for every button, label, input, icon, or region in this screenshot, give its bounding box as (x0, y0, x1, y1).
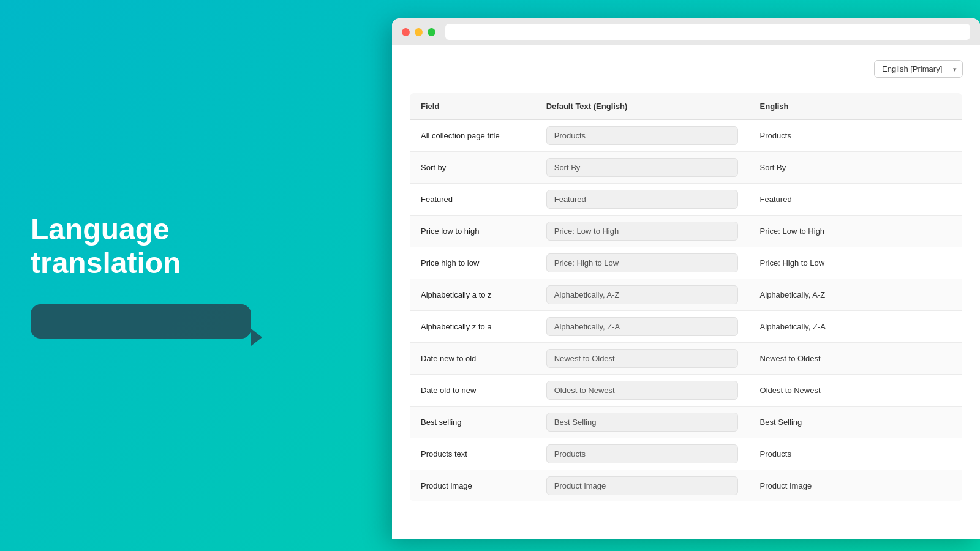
default-input[interactable] (546, 444, 738, 463)
english-value: Products (760, 447, 791, 461)
default-cell (535, 343, 749, 375)
default-input[interactable] (546, 285, 738, 304)
col-field: Field (410, 93, 535, 120)
field-label: Alphabetically a to z (421, 290, 492, 299)
field-cell: Price low to high (410, 216, 535, 247)
english-cell: Newest to Oldest (749, 343, 963, 375)
field-label: Featured (421, 195, 453, 204)
close-button-dot[interactable] (402, 28, 410, 36)
col-english: English (749, 93, 963, 120)
table-row: Alphabetically a to z Alphabetically, A-… (410, 279, 963, 311)
browser-window: English [Primary] French German Spanish … (392, 18, 980, 539)
field-label: Date old to new (421, 386, 476, 395)
field-label: Price high to low (421, 258, 479, 268)
default-input[interactable] (546, 190, 738, 209)
table-row: Price high to low Price: High to Low (410, 247, 963, 279)
maximize-button-dot[interactable] (428, 28, 435, 36)
col-default: Default Text (English) (535, 93, 749, 120)
default-cell (535, 407, 749, 438)
english-value: Newest to Oldest (760, 351, 821, 365)
address-bar[interactable] (445, 24, 970, 40)
default-input[interactable] (546, 413, 738, 432)
default-input[interactable] (546, 158, 738, 177)
field-label: Products text (421, 449, 467, 459)
table-row: Featured Featured (410, 184, 963, 216)
english-cell: Products (749, 120, 963, 152)
field-cell: Alphabetically a to z (410, 279, 535, 311)
field-label: Date new to old (421, 354, 476, 363)
default-input[interactable] (546, 126, 738, 145)
english-value: Products (760, 129, 791, 143)
hero-title: Languagetranslation (31, 212, 251, 280)
language-select-wrapper[interactable]: English [Primary] French German Spanish … (874, 60, 963, 78)
table-row: Date new to old Newest to Oldest (410, 343, 963, 375)
table-row: Alphabetically z to a Alphabetically, Z-… (410, 311, 963, 343)
default-cell (535, 438, 749, 470)
default-cell (535, 311, 749, 343)
field-cell: Products text (410, 438, 535, 470)
english-value: Price: High to Low (760, 256, 825, 270)
default-input[interactable] (546, 476, 738, 495)
language-select[interactable]: English [Primary] French German Spanish … (874, 60, 963, 78)
field-cell: Date new to old (410, 343, 535, 375)
translation-table: Field Default Text (English) English All… (409, 92, 963, 502)
default-cell (535, 247, 749, 279)
field-cell: Product image (410, 470, 535, 502)
english-value: Alphabetically, Z-A (760, 320, 826, 334)
app-content: English [Primary] French German Spanish … (392, 45, 980, 539)
browser-titlebar (392, 18, 980, 45)
english-value: Price: Low to High (760, 224, 825, 238)
default-input[interactable] (546, 317, 738, 336)
table-row: Sort by Sort By (410, 152, 963, 184)
english-cell: Sort By (749, 152, 963, 184)
field-cell: Best selling (410, 407, 535, 438)
table-row: All collection page title Products (410, 120, 963, 152)
english-cell: Alphabetically, Z-A (749, 311, 963, 343)
english-cell: Price: High to Low (749, 247, 963, 279)
table-row: Price low to high Price: Low to High (410, 216, 963, 247)
default-cell (535, 375, 749, 407)
default-cell (535, 216, 749, 247)
table-row: Product image Product Image (410, 470, 963, 502)
default-cell (535, 152, 749, 184)
field-cell: Featured (410, 184, 535, 216)
english-cell: Best Selling (749, 407, 963, 438)
table-row: Products text Products (410, 438, 963, 470)
field-cell: Date old to new (410, 375, 535, 407)
default-input[interactable] (546, 222, 738, 241)
description-card (31, 304, 251, 339)
table-row: Best selling Best Selling (410, 407, 963, 438)
english-cell: Product Image (749, 470, 963, 502)
field-label: Product image (421, 481, 472, 490)
english-cell: Products (749, 438, 963, 470)
field-cell: Alphabetically z to a (410, 311, 535, 343)
field-label: Alphabetically z to a (421, 322, 492, 331)
english-value: Oldest to Newest (760, 383, 821, 397)
default-cell (535, 120, 749, 152)
english-value: Sort By (760, 160, 786, 174)
default-cell (535, 470, 749, 502)
table-header-row: Field Default Text (English) English (410, 93, 963, 120)
default-cell (535, 279, 749, 311)
english-cell: Price: Low to High (749, 216, 963, 247)
field-label: Sort by (421, 163, 446, 172)
default-input[interactable] (546, 381, 738, 400)
english-value: Alphabetically, A-Z (760, 288, 826, 302)
english-value: Product Image (760, 479, 812, 493)
field-label: All collection page title (421, 131, 500, 140)
english-value: Featured (760, 192, 792, 206)
default-input[interactable] (546, 253, 738, 272)
app-header: English [Primary] French German Spanish … (409, 60, 963, 78)
default-cell (535, 184, 749, 216)
minimize-button-dot[interactable] (415, 28, 423, 36)
field-label: Best selling (421, 418, 461, 427)
english-cell: Oldest to Newest (749, 375, 963, 407)
default-input[interactable] (546, 349, 738, 368)
english-cell: Alphabetically, A-Z (749, 279, 963, 311)
english-value: Best Selling (760, 415, 802, 429)
table-row: Date old to new Oldest to Newest (410, 375, 963, 407)
english-cell: Featured (749, 184, 963, 216)
field-cell: Sort by (410, 152, 535, 184)
field-label: Price low to high (421, 227, 479, 236)
field-cell: All collection page title (410, 120, 535, 152)
